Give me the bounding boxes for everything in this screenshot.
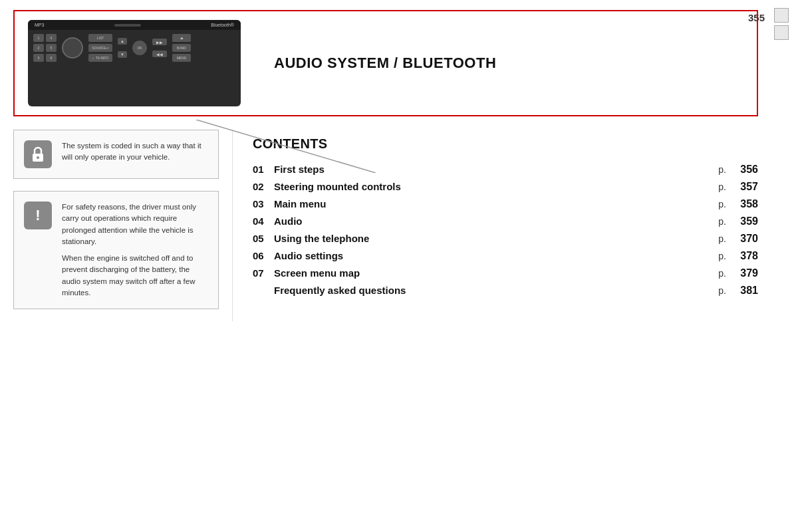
toc-number: 07 — [253, 267, 274, 279]
toc-row: 02Steering mounted controlsp.357 — [253, 181, 758, 193]
toc-page-number: 358 — [732, 198, 758, 210]
center-buttons: LIST SOURCE↵ ♪ TA INFO — [88, 34, 112, 62]
toc-p-label: p. — [718, 164, 726, 175]
cd-slot — [114, 24, 141, 27]
main-title: AUDIO SYSTEM / BLUETOOTH — [274, 55, 743, 72]
toc-row: 04Audiop.359 — [253, 215, 758, 227]
bottom-section: The system is coded in such a way that i… — [13, 130, 758, 321]
num-3: 3 — [33, 54, 44, 62]
band-button: BAND — [172, 44, 191, 52]
toc-p-label: p. — [718, 251, 726, 261]
toc-p-label: p. — [718, 233, 726, 244]
toc-number: 02 — [253, 181, 274, 192]
svg-line-0 — [196, 120, 376, 173]
eject-button: ⏏ — [172, 34, 191, 42]
toc-page-number: 379 — [732, 267, 758, 279]
toc-number: 04 — [253, 215, 274, 227]
warning-notice-content: For safety reasons, the driver must only… — [62, 201, 208, 299]
scrollbar[interactable] — [771, 7, 791, 525]
table-of-contents: 01First stepsp.35602Steering mounted con… — [253, 164, 758, 297]
toc-title: Using the telephone — [274, 233, 713, 244]
num-1: 1 — [33, 34, 44, 42]
menu-button: MENU — [172, 54, 191, 62]
nav-down: ▼ — [118, 51, 127, 58]
toc-number: 06 — [253, 250, 274, 261]
num-5: 5 — [46, 44, 57, 52]
ff-button: ▶▶ — [152, 39, 167, 45]
numpad: 1 4 2 5 3 6 — [33, 34, 57, 62]
ff-rew-buttons: ▶▶ ◀◀ — [152, 39, 167, 57]
toc-page-number: 378 — [732, 250, 758, 262]
toc-title: Screen menu map — [274, 267, 713, 279]
toc-p-label: p. — [718, 199, 726, 209]
warning-text-2: When the engine is switched off and to p… — [62, 253, 208, 299]
toc-page-number: 357 — [732, 181, 758, 193]
toc-title: Steering mounted controls — [274, 181, 713, 192]
warning-icon: ! — [24, 201, 52, 229]
right-buttons: ⏏ BAND MENU — [172, 34, 191, 62]
bluetooth-label: Bluetooth® — [211, 23, 234, 27]
num-2: 2 — [33, 44, 44, 52]
toc-title: Audio — [274, 215, 713, 227]
list-button: LIST — [88, 34, 112, 42]
toc-row: 06Audio settingsp.378 — [253, 250, 758, 262]
lock-icon — [24, 140, 52, 168]
ok-button: OK — [132, 41, 147, 55]
svg-point-2 — [37, 156, 39, 159]
scroll-down-button[interactable] — [774, 25, 789, 40]
num-4: 4 — [46, 34, 57, 42]
toc-page-number: 381 — [732, 285, 758, 297]
source-button: SOURCE↵ — [88, 44, 112, 52]
lock-notice-text: The system is coded in such a way that i… — [62, 140, 208, 164]
lock-notice: The system is coded in such a way that i… — [13, 130, 219, 179]
toc-row: 07Screen menu mapp.379 — [253, 267, 758, 279]
top-section: MP3 Bluetooth® 1 4 2 5 3 6 LI — [13, 10, 758, 116]
toc-page-number: 356 — [732, 164, 758, 176]
toc-row: 05Using the telephonep.370 — [253, 233, 758, 245]
music-button: ♪ TA INFO — [88, 54, 112, 62]
warning-text-1: For safety reasons, the driver must only… — [62, 201, 208, 247]
toc-p-label: p. — [718, 285, 726, 296]
scroll-up-button[interactable] — [774, 8, 789, 23]
toc-title: Audio settings — [274, 250, 713, 261]
main-content: MP3 Bluetooth® 1 4 2 5 3 6 LI — [0, 0, 771, 532]
toc-page-number: 370 — [732, 233, 758, 245]
rew-button: ◀◀ — [152, 51, 167, 57]
toc-row: Frequently asked questionsp.381 — [253, 285, 758, 297]
toc-p-label: p. — [718, 182, 726, 192]
warning-notice: ! For safety reasons, the driver must on… — [13, 191, 219, 309]
title-area: AUDIO SYSTEM / BLUETOOTH — [261, 55, 743, 72]
audio-unit-image: MP3 Bluetooth® 1 4 2 5 3 6 LI — [28, 20, 241, 106]
connector-line — [196, 120, 376, 173]
num-6: 6 — [46, 54, 57, 62]
toc-number: 05 — [253, 233, 274, 244]
volume-dial — [62, 37, 83, 59]
toc-number: 03 — [253, 198, 274, 209]
toc-p-label: p. — [718, 268, 726, 279]
toc-page-number: 359 — [732, 215, 758, 227]
nav-buttons: ▲ ▼ — [118, 38, 127, 58]
mp3-label: MP3 — [35, 23, 44, 27]
nav-up: ▲ — [118, 38, 127, 45]
toc-row: 03Main menup.358 — [253, 198, 758, 210]
toc-title: Frequently asked questions — [274, 285, 713, 296]
toc-title: Main menu — [274, 198, 713, 209]
toc-p-label: p. — [718, 216, 726, 227]
